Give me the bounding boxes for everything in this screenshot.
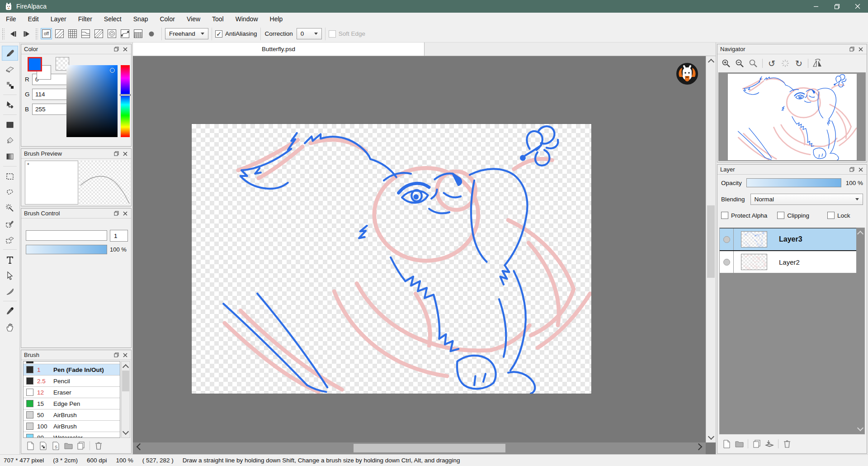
add-bitmap-brush-button[interactable] [37, 440, 49, 451]
select-pen-tool-button[interactable] [2, 216, 18, 231]
float-panel-icon[interactable] [113, 46, 119, 52]
snap-grid-button[interactable] [67, 28, 78, 39]
add-brush-button[interactable] [24, 440, 37, 451]
brush-item-partial[interactable] [24, 361, 120, 364]
antialiasing-checkbox[interactable]: ✓ [215, 30, 222, 38]
menu-snap[interactable]: Snap [127, 13, 154, 25]
menu-select[interactable]: Select [98, 13, 127, 25]
float-panel-icon[interactable] [113, 151, 119, 157]
menu-view[interactable]: View [181, 13, 206, 25]
toolbar-grip[interactable] [35, 28, 38, 40]
bucket-tool-button[interactable] [2, 133, 18, 148]
hue-slider[interactable] [121, 65, 130, 137]
close-panel-icon[interactable] [122, 210, 128, 217]
brush-item[interactable]: 15 Edge Pen [24, 398, 120, 409]
alpaca-mascot-button[interactable] [675, 62, 699, 86]
green-input[interactable]: 114 [32, 89, 71, 100]
close-panel-icon[interactable] [858, 46, 864, 52]
add-script-brush-button[interactable]: S [49, 440, 62, 451]
navigator-view[interactable] [718, 72, 866, 161]
float-panel-icon[interactable] [113, 210, 119, 217]
scroll-left-icon[interactable] [137, 443, 144, 451]
brush-item[interactable]: 1 Pen (Fade In/Out) [24, 364, 120, 376]
text-tool-button[interactable] [2, 252, 18, 267]
restore-button[interactable] [826, 0, 847, 13]
scrollbar-handle[interactable] [354, 444, 505, 452]
dot-tool-button[interactable] [2, 77, 18, 92]
menu-edit[interactable]: Edit [22, 13, 45, 25]
float-panel-icon[interactable] [849, 166, 855, 173]
saturation-value-picker[interactable] [66, 65, 118, 137]
canvas-vertical-scrollbar[interactable] [706, 56, 716, 442]
rotate-ccw-button[interactable]: ↺ [765, 57, 778, 70]
snap-dot-button[interactable] [145, 28, 158, 40]
select-rect-tool-button[interactable] [2, 169, 18, 184]
magic-wand-tool-button[interactable] [2, 200, 18, 215]
brush-list-scrollbar[interactable] [121, 361, 130, 438]
canvas-background[interactable] [133, 56, 716, 454]
brush-item[interactable]: 12 Eraser [24, 387, 120, 398]
canvas-horizontal-scrollbar[interactable] [133, 442, 706, 454]
next-button[interactable] [20, 28, 33, 40]
close-panel-icon[interactable] [122, 46, 128, 52]
scrollbar-handle[interactable] [707, 205, 715, 278]
brush-item[interactable]: 80 Watercolor [24, 432, 120, 438]
scroll-down-icon[interactable] [708, 433, 714, 440]
layer-list-scrollbar[interactable] [856, 228, 864, 434]
divide-tool-button[interactable] [2, 284, 18, 299]
float-panel-icon[interactable] [113, 352, 119, 358]
prev-button[interactable] [6, 28, 20, 40]
menu-help[interactable]: Help [264, 13, 289, 25]
layer-item[interactable]: Layer3 [720, 228, 864, 251]
move-tool-button[interactable] [2, 97, 18, 112]
merge-down-button[interactable] [763, 438, 776, 449]
snap-parallel-button[interactable] [54, 28, 65, 39]
zoom-reset-button[interactable] [746, 57, 760, 70]
delete-layer-button[interactable] [781, 438, 793, 449]
snap-off-button[interactable]: off [41, 28, 52, 39]
brush-size-input[interactable]: 1 [110, 230, 128, 242]
menu-file[interactable]: File [0, 13, 22, 25]
document-tab[interactable]: Butterfly.psd [133, 43, 425, 56]
scroll-up-icon[interactable] [123, 364, 129, 371]
zoom-in-button[interactable] [719, 57, 733, 70]
menu-window[interactable]: Window [230, 13, 264, 25]
scroll-up-icon[interactable] [708, 59, 714, 65]
reset-rotation-icon[interactable] [778, 57, 792, 70]
rotate-cw-button[interactable]: ↻ [792, 57, 806, 70]
scroll-down-icon[interactable] [123, 428, 129, 435]
clipping-checkbox[interactable] [777, 212, 784, 219]
sv-marker[interactable] [110, 68, 115, 73]
soft-edge-checkbox[interactable] [329, 30, 336, 38]
brush-item[interactable]: 2.5 Pencil [24, 376, 120, 387]
layer-item[interactable]: Layer2 [720, 251, 864, 273]
close-panel-icon[interactable] [122, 352, 128, 358]
brush-item[interactable]: 50 AirBrush [24, 409, 120, 421]
lasso-tool-button[interactable] [2, 185, 18, 200]
eyedropper-tool-button[interactable] [2, 304, 18, 319]
gradient-tool-button[interactable] [2, 149, 18, 164]
canvas-document[interactable] [192, 124, 591, 394]
close-panel-icon[interactable] [122, 151, 128, 157]
layer-folder-button[interactable] [733, 438, 745, 449]
snap-curve-button[interactable] [119, 28, 131, 39]
protect-alpha-checkbox[interactable] [721, 212, 728, 219]
visibility-dot-icon[interactable] [723, 259, 730, 266]
operation-tool-button[interactable] [2, 268, 18, 283]
zoom-out-button[interactable] [733, 57, 746, 70]
close-button[interactable] [847, 0, 868, 13]
flip-horizontal-button[interactable] [811, 57, 824, 70]
snap-horizontal-button[interactable] [80, 28, 91, 39]
layer-opacity-slider[interactable] [746, 178, 841, 187]
minimize-button[interactable] [806, 0, 826, 13]
scroll-up-icon[interactable] [857, 231, 863, 237]
layer-visibility-cell[interactable] [720, 228, 734, 250]
close-panel-icon[interactable] [858, 166, 864, 173]
hand-tool-button[interactable] [2, 319, 18, 334]
duplicate-brush-button[interactable] [75, 440, 87, 451]
navigator-thumbnail[interactable] [728, 74, 857, 160]
brush-item[interactable]: 100 AirBrush [24, 421, 120, 432]
pen-tool-button[interactable] [2, 46, 18, 61]
add-layer-button[interactable] [720, 438, 733, 449]
snap-perspective-button[interactable] [132, 28, 144, 39]
